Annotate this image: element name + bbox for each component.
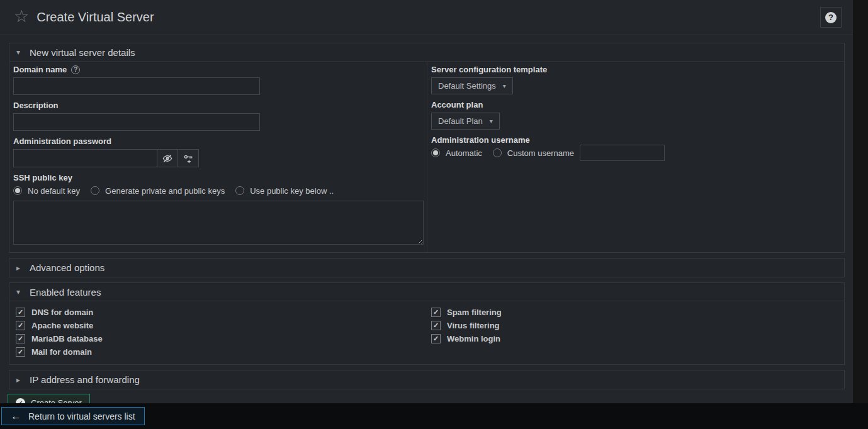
server-template-value: Default Settings: [438, 81, 496, 91]
feature-apache-website: ✓ Apache website: [16, 319, 431, 332]
feature-mail-for-domain: ✓ Mail for domain: [16, 345, 431, 359]
section-header-details[interactable]: ▾ New virtual server details: [9, 43, 844, 62]
description-input[interactable]: [13, 113, 260, 131]
radio-use-public-key-label[interactable]: Use public key below ..: [250, 186, 334, 196]
admin-password-input[interactable]: [13, 149, 157, 167]
page-title: Create Virtual Server: [37, 10, 154, 25]
radio-no-default-key[interactable]: [13, 186, 22, 195]
generate-password-button[interactable]: [178, 149, 199, 167]
admin-username-label: Administration username: [431, 136, 530, 145]
section-header-enabled-features[interactable]: ▾ Enabled features: [9, 283, 844, 301]
section-title: Enabled features: [30, 287, 101, 298]
section-title: New virtual server details: [30, 47, 135, 58]
feature-label[interactable]: Webmin login: [447, 334, 500, 343]
chevron-down-icon: ▾: [503, 82, 506, 89]
account-plan-value: Default Plan: [438, 116, 483, 126]
account-plan-label: Account plan: [431, 101, 483, 109]
radio-no-default-key-label[interactable]: No default key: [28, 186, 80, 196]
section-header-ip-address[interactable]: ▸ IP address and forwarding: [9, 370, 844, 389]
chevron-down-icon: ▾: [490, 118, 493, 125]
panel-advanced-options: ▸ Advanced options: [9, 258, 845, 277]
section-header-advanced-options[interactable]: ▸ Advanced options: [9, 259, 844, 277]
server-template-select[interactable]: Default Settings ▾: [431, 77, 513, 94]
panel-ip-address-forwarding: ▸ IP address and forwarding: [9, 370, 845, 389]
features-right-column: ✓ Spam filtering ✓ Virus filtering ✓ Web…: [431, 306, 502, 359]
feature-label[interactable]: Mail for domain: [31, 347, 92, 357]
radio-custom-username-label[interactable]: Custom username: [507, 148, 574, 158]
field-account-plan: Account plan Default Plan ▾: [431, 101, 844, 130]
caret-down-icon: ▾: [16, 48, 23, 57]
account-plan-select[interactable]: Default Plan ▾: [431, 113, 500, 130]
caret-right-icon: ▸: [16, 376, 23, 384]
toggle-password-visibility-button[interactable]: [157, 149, 178, 167]
domain-name-label: Domain name: [13, 65, 67, 74]
field-server-template: Server configuration template Default Se…: [431, 65, 844, 94]
field-ssh-public-key: SSH public key No default key Generate p…: [13, 174, 427, 247]
feature-label[interactable]: DNS for domain: [31, 308, 93, 317]
checkbox-mail-for-domain[interactable]: ✓: [16, 347, 25, 357]
feature-spam-filtering: ✓ Spam filtering: [431, 306, 502, 319]
admin-username-radio-group: Automatic Custom username: [431, 148, 844, 158]
create-virtual-server-page: ☆ Create Virtual Server ? ▾ New virtual …: [0, 0, 868, 429]
eye-slash-icon: [162, 153, 172, 164]
checkbox-spam-filtering[interactable]: ✓: [431, 308, 441, 317]
radio-automatic-username-label[interactable]: Automatic: [446, 148, 482, 158]
star-icon[interactable]: ☆: [14, 8, 29, 25]
help-icon: ?: [825, 12, 837, 23]
field-admin-username: Administration username Automatic Custom…: [431, 136, 844, 158]
ssh-key-radio-group: No default key Generate private and publ…: [13, 186, 427, 196]
caret-right-icon: ▸: [16, 264, 23, 272]
server-template-label: Server configuration template: [431, 65, 547, 74]
caret-down-icon: ▾: [16, 287, 23, 296]
feature-label[interactable]: Apache website: [31, 321, 93, 330]
checkbox-webmin-login[interactable]: ✓: [431, 334, 441, 343]
field-admin-password: Administration password: [13, 137, 427, 167]
field-domain-name: Domain name ?: [13, 65, 427, 95]
feature-label[interactable]: MariaDB database: [31, 334, 103, 343]
admin-password-label: Administration password: [13, 137, 111, 146]
main-form: ▾ New virtual server details Domain name…: [0, 35, 853, 411]
details-left-column: Domain name ? Description: [9, 62, 427, 252]
field-description: Description: [13, 101, 427, 131]
feature-mariadb-database: ✓ MariaDB database: [16, 332, 431, 345]
feature-label[interactable]: Spam filtering: [447, 308, 502, 317]
checkbox-apache-website[interactable]: ✓: [16, 321, 25, 330]
return-to-list-label: Return to virtual servers list: [28, 411, 135, 421]
checkbox-virus-filtering[interactable]: ✓: [431, 321, 441, 330]
feature-dns-for-domain: ✓ DNS for domain: [16, 306, 431, 319]
checkbox-dns-for-domain[interactable]: ✓: [16, 308, 25, 317]
help-button[interactable]: ?: [820, 7, 842, 28]
section-title: Advanced options: [30, 262, 104, 273]
content-area: ☆ Create Virtual Server ? ▾ New virtual …: [0, 0, 853, 403]
radio-generate-keys-label[interactable]: Generate private and public keys: [105, 186, 225, 196]
panel-new-virtual-server-details: ▾ New virtual server details Domain name…: [9, 43, 845, 253]
radio-use-public-key[interactable]: [235, 186, 244, 195]
domain-name-help-icon[interactable]: ?: [71, 65, 80, 74]
arrow-left-icon: ←: [11, 411, 21, 421]
radio-custom-username[interactable]: [493, 148, 502, 157]
radio-generate-keys[interactable]: [91, 186, 99, 195]
feature-webmin-login: ✓ Webmin login: [431, 332, 502, 345]
ssh-public-key-textarea[interactable]: [13, 201, 424, 245]
return-to-list-button[interactable]: ← Return to virtual servers list: [1, 407, 145, 425]
feature-label[interactable]: Virus filtering: [447, 321, 500, 330]
features-left-column: ✓ DNS for domain ✓ Apache website ✓ Mari…: [16, 306, 431, 359]
panel-enabled-features: ▾ Enabled features ✓ DNS for domain ✓ Ap…: [9, 282, 845, 365]
custom-username-input[interactable]: [580, 145, 665, 161]
feature-virus-filtering: ✓ Virus filtering: [431, 319, 502, 332]
checkbox-mariadb-database[interactable]: ✓: [16, 334, 25, 343]
domain-name-input[interactable]: [13, 77, 260, 95]
radio-automatic-username[interactable]: [431, 148, 440, 157]
key-plus-icon: [183, 153, 193, 164]
topbar: ☆ Create Virtual Server ?: [0, 0, 853, 35]
description-label: Description: [13, 101, 59, 110]
footer-bar: ← Return to virtual servers list: [0, 403, 868, 429]
scrollbar-track[interactable]: [853, 0, 868, 403]
section-title: IP address and forwarding: [30, 374, 140, 385]
ssh-key-label: SSH public key: [13, 174, 72, 182]
details-right-column: Server configuration template Default Se…: [427, 62, 844, 252]
